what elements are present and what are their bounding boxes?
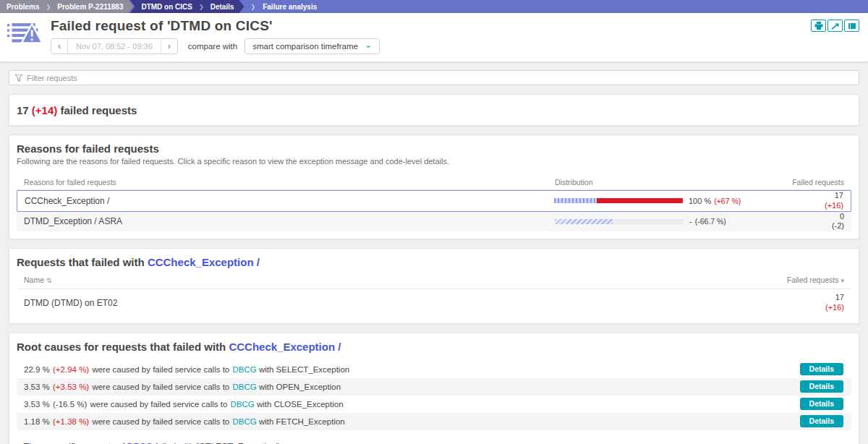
distribution-delta: (+67 %) <box>714 197 741 205</box>
details-button[interactable]: Details <box>800 398 843 411</box>
service-link[interactable]: DBCG <box>232 417 256 426</box>
pin-button[interactable] <box>827 20 843 32</box>
details-button[interactable]: Details <box>800 415 843 428</box>
compare-with-label: compare with <box>188 42 237 51</box>
timeframe-prev-button[interactable]: ‹ <box>51 39 68 54</box>
failed-count: 17 <box>768 191 843 201</box>
breadcrumb-item-problems[interactable]: Problems <box>7 3 40 11</box>
header-actions <box>809 20 859 32</box>
column-name[interactable]: Name ⇅ <box>24 276 51 284</box>
comparison-timeframe-select[interactable]: smart comparison timeframe ⌄ <box>244 38 380 54</box>
distribution-delta: (-66.7 %) <box>695 217 726 226</box>
root-cause-list: 22.9 % (+2.94 %) were caused by failed s… <box>17 361 851 430</box>
reason-row-dtmd[interactable]: DTMD_Exception / ASRA - (-66.7 %) 0 (-2) <box>17 212 851 232</box>
cause-delta: (+2.94 %) <box>53 365 89 374</box>
exception-link[interactable]: CCCheck_Exception / <box>148 256 260 268</box>
requests-table: Name ⇅ Failed requests ▾ DTMD (DTMD) on … <box>17 268 851 316</box>
sort-icon: ⇅ <box>46 277 52 284</box>
breadcrumb-item-service[interactable]: DTMD on CICS <box>141 3 192 11</box>
root-causes-title: Root causes for requests that failed wit… <box>17 341 851 353</box>
column-failed-requests[interactable]: Failed requests ▾ <box>787 276 844 284</box>
service-link[interactable]: DBCG <box>231 400 255 409</box>
reasons-title: Reasons for failed requests <box>17 142 851 155</box>
pin-icon <box>831 22 840 30</box>
details-button[interactable]: Details <box>800 363 843 376</box>
failure-analysis-page: Problems ❯ Problem P-2211883 DTMD on CIC… <box>0 0 868 444</box>
root-cause-row: 1.18 % (+1.38 %) were caused by failed s… <box>17 413 851 430</box>
page-title: Failed request of 'DTMD on CICS' <box>51 18 380 34</box>
cause-text: were caused by failed service calls to <box>90 400 228 409</box>
timeframe-next-button[interactable]: › <box>161 39 177 54</box>
cause-delta: (-16.5 %) <box>53 400 87 409</box>
breadcrumb-item-problem-id[interactable]: Problem P-2211883 <box>57 3 123 11</box>
requests-failed-title: Requests that failed with CCCheck_Except… <box>17 256 851 268</box>
filter-requests-bar[interactable] <box>9 70 859 85</box>
comparison-timeframe-value: smart comparison timeframe <box>252 42 358 51</box>
timeframe-selector: ‹ Nov 07, 08:52 - 09:36 › <box>51 38 178 54</box>
failed-count-delta: (+16) <box>768 201 843 211</box>
distribution-pct: - <box>689 217 692 226</box>
request-row[interactable]: DTMD (DTMD) on ET02 17 (+16) <box>17 289 851 316</box>
root-cause-row: 3.53 % (+3.53 %) were caused by failed s… <box>17 378 851 396</box>
cause-pct: 22.9 % <box>24 365 50 374</box>
failed-requests-count: 17 (+14) failed requests <box>17 104 851 116</box>
chevron-down-icon: ⌄ <box>365 42 372 48</box>
failed-requests-summary: 17 (+14) failed requests <box>9 94 859 126</box>
requests-table-header: Name ⇅ Failed requests ▾ <box>17 268 851 289</box>
specific-requests-note: These specific requests of DBCG failed w… <box>24 442 851 444</box>
failed-count: 17 <box>825 293 844 303</box>
reasons-subtitle: Following are the reasons for failed req… <box>17 157 851 166</box>
cause-delta: (+3.53 %) <box>53 383 89 391</box>
filter-icon <box>15 72 27 85</box>
root-cause-row: 22.9 % (+2.94 %) were caused by failed s… <box>17 361 851 378</box>
request-name: DTMD (DTMD) on ET02 <box>24 298 117 308</box>
failed-count-delta: (-2) <box>769 221 844 231</box>
page-header: Failed request of 'DTMD on CICS' ‹ Nov 0… <box>0 13 868 61</box>
column-reason: Reasons for failed requests <box>24 178 555 187</box>
requests-failed-title-prefix: Requests that failed with <box>17 256 145 268</box>
book-icon <box>848 22 856 30</box>
root-causes-title-prefix: Root causes for requests that failed wit… <box>17 341 226 353</box>
service-link[interactable]: DBCG <box>127 442 153 444</box>
exception-link[interactable]: CCCheck_Exception / <box>229 341 341 353</box>
breadcrumb-item-details[interactable]: Details <box>210 3 234 11</box>
print-report-button[interactable] <box>811 20 826 32</box>
timeframe-display: Nov 07, 08:52 - 09:36 <box>68 39 161 54</box>
book-button[interactable] <box>844 20 859 32</box>
cause-text: were caused by failed service calls to <box>92 417 229 426</box>
root-cause-row: 3.53 % (-16.5 %) were caused by failed s… <box>17 396 851 413</box>
failed-count-delta: (+16) <box>825 303 844 313</box>
filter-requests-input[interactable] <box>27 74 853 82</box>
distribution-bar <box>555 219 684 224</box>
root-causes-section: Root causes for requests that failed wit… <box>9 333 859 444</box>
note-suffix: failed with "SELECT_Exception": <box>155 442 281 444</box>
breadcrumb-item-failure-analysis[interactable]: Failure analysis <box>263 0 317 13</box>
cause-suffix: with CLOSE_Exception <box>257 400 344 409</box>
details-button[interactable]: Details <box>800 380 843 393</box>
requests-failed-section: Requests that failed with CCCheck_Except… <box>9 248 859 324</box>
distribution-pct: 100 % <box>689 197 711 205</box>
service-link[interactable]: DBCG <box>232 383 256 391</box>
breadcrumb: Problems ❯ Problem P-2211883 DTMD on CIC… <box>0 0 868 13</box>
column-distribution: Distribution <box>555 178 769 187</box>
count-value: 17 <box>17 104 29 116</box>
cause-delta: (+1.38 %) <box>53 417 89 426</box>
chevron-right-icon: ❯ <box>199 4 204 10</box>
reason-row-cccheck[interactable]: CCCheck_Exception / 100 % (+67 %) 17 (+1… <box>17 190 851 212</box>
cause-pct: 3.53 % <box>24 400 50 409</box>
reason-name: CCCheck_Exception / <box>25 196 554 206</box>
chevron-right-icon: ❯ <box>46 4 51 10</box>
reasons-table: Reasons for failed requests Distribution… <box>17 174 851 231</box>
failed-count: 0 <box>769 212 844 222</box>
cause-pct: 1.18 % <box>24 417 50 426</box>
breadcrumb-group-problems: Problems ❯ Problem P-2211883 <box>0 0 133 13</box>
chevron-right-icon: ❯ <box>251 0 256 13</box>
service-link[interactable]: DBCG <box>232 365 256 374</box>
cause-suffix: with SELECT_Exception <box>259 365 349 374</box>
count-suffix: failed requests <box>60 104 137 116</box>
failed-request-icon <box>7 20 42 49</box>
column-failed-label: Failed requests <box>787 276 839 284</box>
note-prefix: These specific requests of <box>24 442 124 444</box>
reason-name: DTMD_Exception / ASRA <box>24 216 555 226</box>
column-failed-requests: Failed requests <box>769 178 844 187</box>
